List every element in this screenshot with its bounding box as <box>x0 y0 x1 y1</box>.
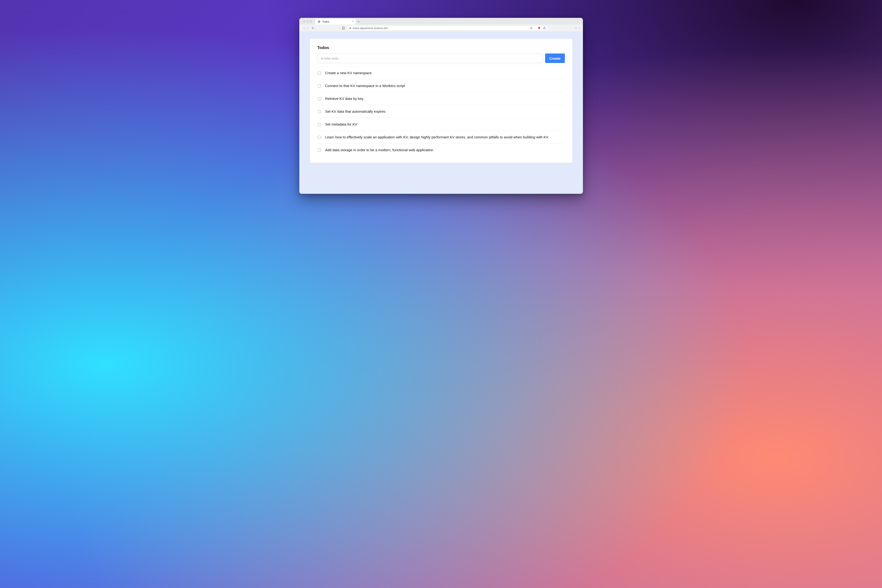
todo-checkbox[interactable] <box>318 148 321 152</box>
window-minimize-icon[interactable] <box>307 20 309 22</box>
todo-text: Set metadata for KV <box>325 122 358 126</box>
create-button[interactable]: Create <box>545 54 565 63</box>
todo-checkbox[interactable] <box>318 72 321 75</box>
todo-item: Retrieve KV data by key <box>317 92 565 105</box>
todo-text: Create a new KV namespace <box>325 71 372 75</box>
new-tab-button[interactable]: ＋ <box>356 19 361 24</box>
browser-window: Todos × ＋ ◁ ▷ ↻ todos.signalnerve.worker… <box>299 18 583 194</box>
zoom-icon[interactable]: ⊕ <box>530 26 532 30</box>
menu-icon[interactable]: ≡ <box>578 26 580 30</box>
window-zoom-icon[interactable] <box>310 20 312 22</box>
back-button[interactable]: ◁ <box>303 26 305 30</box>
browser-toolbar: ◁ ▷ ↻ todos.signalnerve.workers.dev ⊕ | <box>299 24 583 32</box>
todo-text: Retrieve KV data by key <box>325 96 364 100</box>
browser-tab[interactable]: Todos × <box>315 19 356 24</box>
page-viewport: Todos Create Create a new KV namespaceCo… <box>299 32 583 194</box>
todo-text: Learn how to effectively scale an applic… <box>325 135 549 139</box>
todo-checkbox[interactable] <box>318 123 321 126</box>
tab-strip: Todos × ＋ <box>299 18 583 24</box>
todo-item: Set KV data that automatically expires <box>317 105 565 118</box>
todo-checkbox[interactable] <box>318 136 321 139</box>
brave-shield-icon[interactable] <box>538 26 541 30</box>
todo-item: Learn how to effectively scale an applic… <box>317 130 565 143</box>
address-bar[interactable]: todos.signalnerve.workers.dev ⊕ | <box>347 26 548 31</box>
todo-checkbox[interactable] <box>318 97 321 100</box>
todo-text: Connect to that KV namespace in a Worker… <box>325 84 405 88</box>
todo-item: Set metadata for KV <box>317 118 565 130</box>
window-traffic-lights <box>301 20 314 22</box>
todos-card: Todos Create Create a new KV namespaceCo… <box>310 39 572 163</box>
todo-item: Add data storage in order to be a modern… <box>317 143 565 156</box>
lock-icon <box>349 27 352 29</box>
extensions-icon[interactable]: ✦ <box>575 26 577 30</box>
todo-text: Set KV data that automatically expires <box>325 110 385 113</box>
todo-checkbox[interactable] <box>318 110 321 113</box>
brave-rewards-icon[interactable] <box>543 26 546 30</box>
tab-title: Todos <box>322 20 329 23</box>
url-text: todos.signalnerve.workers.dev <box>353 27 388 30</box>
globe-icon <box>318 20 320 23</box>
window-close-icon[interactable] <box>303 20 305 22</box>
new-todo-input[interactable] <box>317 54 543 63</box>
page-title: Todos <box>317 45 565 50</box>
reload-button[interactable]: ↻ <box>312 26 314 30</box>
todo-list: Create a new KV namespaceConnect to that… <box>317 66 565 156</box>
forward-button[interactable]: ▷ <box>307 26 309 30</box>
new-todo-row: Create <box>317 54 565 63</box>
bookmark-icon[interactable] <box>342 26 345 30</box>
todo-checkbox[interactable] <box>318 84 321 87</box>
todo-text: Add data storage in order to be a modern… <box>325 148 433 152</box>
todo-item: Create a new KV namespace <box>317 66 565 79</box>
close-icon[interactable]: × <box>352 20 353 23</box>
todo-item: Connect to that KV namespace in a Worker… <box>317 79 565 92</box>
